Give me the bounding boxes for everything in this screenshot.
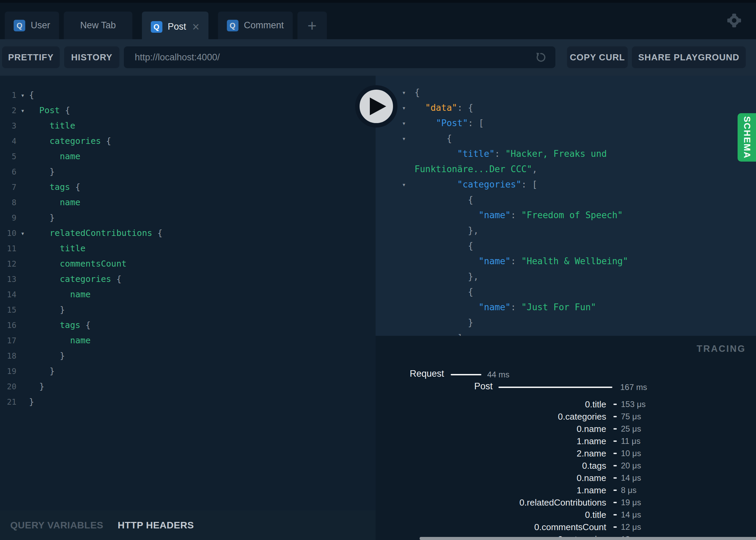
query-line: 21} bbox=[0, 394, 376, 409]
settings-gear-icon[interactable] bbox=[726, 13, 742, 28]
tab-label: User bbox=[31, 20, 50, 31]
code-token-f: title bbox=[60, 243, 85, 253]
line-number: 21 bbox=[0, 397, 16, 406]
line-number: 17 bbox=[0, 336, 16, 345]
fold-arrow-icon[interactable]: ▾ bbox=[376, 135, 415, 142]
code-token-root: "data" bbox=[425, 103, 457, 113]
response-line: ▾ "Post": [ bbox=[376, 115, 756, 131]
http-headers-tab[interactable]: HTTP HEADERS bbox=[118, 520, 194, 531]
trace-field-row: 0.categories75 μs bbox=[376, 411, 756, 422]
fold-arrow-icon[interactable]: ▾ bbox=[16, 91, 29, 99]
code-token-p bbox=[29, 243, 60, 253]
query-line: 1▾{ bbox=[0, 87, 376, 103]
code-token-key: "categories" bbox=[457, 179, 521, 190]
tab-new-tab[interactable]: New Tab bbox=[64, 12, 132, 39]
code-token-p: : [ bbox=[521, 179, 537, 190]
schema-side-tab-label: SCHEMA bbox=[742, 116, 752, 159]
code-token-p bbox=[415, 256, 479, 266]
response-code-text: { bbox=[415, 241, 473, 251]
query-code-text: } bbox=[29, 351, 65, 361]
new-tab-button[interactable]: + bbox=[297, 12, 327, 39]
trace-duration-tick bbox=[613, 404, 617, 405]
query-code-text: tags { bbox=[29, 320, 91, 330]
fold-arrow-icon[interactable]: ▾ bbox=[16, 229, 29, 237]
query-code-text: name bbox=[29, 151, 81, 161]
code-token-p: } bbox=[29, 167, 55, 177]
horizontal-scrollbar-thumb[interactable] bbox=[420, 537, 756, 540]
code-token-p: { bbox=[60, 105, 70, 115]
line-number: 13 bbox=[0, 275, 16, 284]
query-code-text: } bbox=[29, 213, 55, 223]
query-code-text: categories { bbox=[29, 136, 111, 146]
code-token-f: relatedContributions bbox=[49, 228, 152, 238]
trace-field-row: 0.name25 μs bbox=[376, 423, 756, 434]
trace-field-time: 20 μs bbox=[621, 461, 641, 470]
code-token-p bbox=[29, 274, 60, 284]
query-editor-pane[interactable]: 1▾{2▾ Post {3 title4 categories {5 name6… bbox=[0, 76, 376, 510]
response-line: { bbox=[376, 238, 756, 253]
code-token-p: : { bbox=[457, 103, 473, 113]
line-number: 3 bbox=[0, 121, 16, 130]
code-token-p bbox=[29, 228, 49, 238]
query-code-text: commentsCount bbox=[29, 259, 127, 269]
tab-comment[interactable]: QComment bbox=[218, 12, 293, 39]
trace-duration-tick bbox=[613, 440, 617, 442]
copy-curl-button[interactable]: COPY CURL bbox=[567, 46, 628, 68]
endpoint-url-input[interactable] bbox=[135, 52, 534, 63]
trace-field-time: 12 μs bbox=[621, 522, 641, 532]
tab-post[interactable]: QPost× bbox=[142, 12, 208, 42]
line-number: 20 bbox=[0, 382, 16, 391]
fold-arrow-icon[interactable]: ▾ bbox=[376, 181, 415, 188]
response-line: "name": "Health & Wellbeing" bbox=[376, 253, 756, 269]
response-code-text: "name": "Freedom of Speech" bbox=[415, 210, 623, 220]
execute-query-button[interactable] bbox=[355, 85, 397, 127]
query-code-text: Post { bbox=[29, 105, 70, 115]
query-line: 9 } bbox=[0, 210, 376, 225]
query-line: 14 name bbox=[0, 287, 376, 302]
code-token-f: name bbox=[60, 151, 80, 161]
toolbar: PRETTIFY HISTORY COPY CURL SHARE PLAYGRO… bbox=[0, 39, 756, 76]
line-number: 11 bbox=[0, 244, 16, 253]
response-code-text: "name": "Health & Wellbeing" bbox=[415, 256, 628, 266]
code-token-f: Post bbox=[39, 105, 60, 115]
code-token-p: : [ bbox=[468, 118, 484, 128]
response-code-text: "categories": [ bbox=[415, 179, 537, 190]
response-code-text: ] bbox=[415, 333, 463, 336]
trace-field-row: 0.title14 μs bbox=[376, 509, 756, 520]
query-line: 6 } bbox=[0, 164, 376, 179]
query-variables-tab[interactable]: QUERY VARIABLES bbox=[10, 520, 103, 531]
code-token-f: tags bbox=[49, 182, 70, 192]
response-code-text: "data": { bbox=[415, 103, 473, 113]
code-token-str: "Just For Fun" bbox=[521, 302, 596, 312]
close-tab-icon[interactable]: × bbox=[192, 21, 200, 33]
query-line: 11 title bbox=[0, 241, 376, 256]
history-button[interactable]: HISTORY bbox=[64, 46, 119, 68]
prettify-button[interactable]: PRETTIFY bbox=[2, 46, 60, 68]
tab-user[interactable]: QUser bbox=[5, 12, 59, 39]
code-token-p: { bbox=[415, 241, 473, 251]
response-pane[interactable]: ▾{▾ "data": {▾ "Post": [▾ { "title": "Ha… bbox=[376, 76, 756, 336]
reload-schema-icon[interactable] bbox=[534, 51, 547, 64]
trace-duration-tick bbox=[613, 428, 617, 430]
response-line: Funktionäre...Der CCC", bbox=[376, 161, 756, 177]
query-line: 18 } bbox=[0, 348, 376, 363]
response-line: "name": "Just For Fun" bbox=[376, 299, 756, 315]
schema-side-tab[interactable]: SCHEMA bbox=[738, 113, 756, 162]
query-code-text: tags { bbox=[29, 182, 81, 192]
response-line: } bbox=[376, 315, 756, 330]
code-token-p bbox=[415, 302, 479, 312]
tracing-title[interactable]: TRACING bbox=[697, 344, 746, 354]
query-badge-icon: Q bbox=[151, 21, 162, 33]
trace-duration-bar bbox=[498, 387, 612, 388]
response-code-text: { bbox=[415, 195, 473, 205]
response-line: { bbox=[376, 284, 756, 299]
line-number: 5 bbox=[0, 152, 16, 161]
code-token-p bbox=[415, 103, 425, 113]
trace-span-time: 167 ms bbox=[620, 382, 647, 392]
trace-field-time: 153 μs bbox=[621, 400, 646, 409]
bottom-bar: QUERY VARIABLES HTTP HEADERS bbox=[0, 510, 376, 540]
response-code-text: } bbox=[415, 317, 473, 328]
fold-arrow-icon[interactable]: ▾ bbox=[16, 107, 29, 114]
share-playground-button[interactable]: SHARE PLAYGROUND bbox=[632, 46, 746, 68]
trace-span-label: Post bbox=[474, 381, 493, 392]
